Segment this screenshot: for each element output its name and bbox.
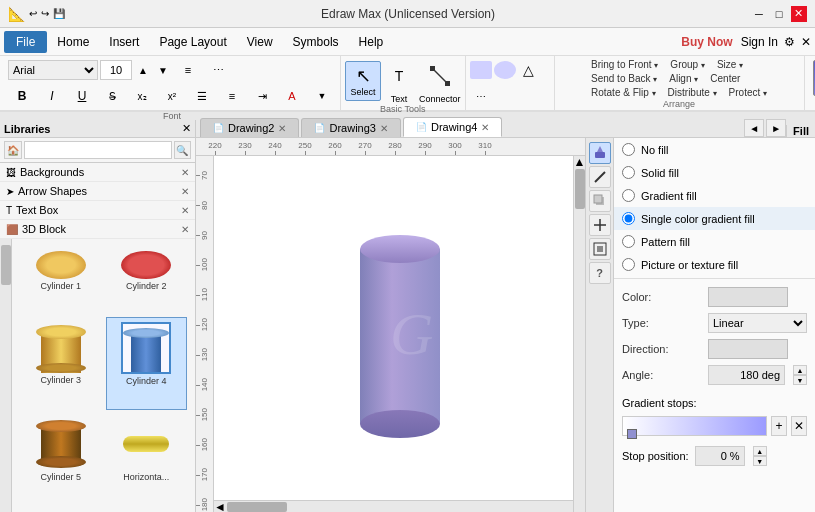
align-left-button[interactable]: ≡ bbox=[174, 58, 202, 82]
settings-icon[interactable]: ⚙ bbox=[784, 35, 795, 49]
position-icon[interactable] bbox=[589, 238, 611, 260]
fill-option-solid[interactable]: Solid fill bbox=[614, 161, 815, 184]
fill-option-pattern[interactable]: Pattern fill bbox=[614, 230, 815, 253]
menu-symbols[interactable]: Symbols bbox=[283, 31, 349, 53]
font-color-button[interactable]: A bbox=[278, 84, 306, 108]
font-size-up-button[interactable]: ▲ bbox=[134, 58, 152, 82]
libraries-search-button[interactable]: 🔍 bbox=[174, 141, 192, 159]
fill-option-single-gradient[interactable]: Single color gradient fill bbox=[614, 207, 815, 230]
lib-item-text-box[interactable]: T Text Box ✕ bbox=[0, 201, 195, 220]
text-button[interactable]: T bbox=[383, 58, 415, 94]
gradient-add-button[interactable]: + bbox=[771, 416, 787, 436]
help-icon[interactable]: ? bbox=[589, 262, 611, 284]
menu-file[interactable]: File bbox=[4, 31, 47, 53]
vscroll-up-button[interactable]: ▲ bbox=[574, 156, 585, 168]
fill-type-select[interactable]: Linear bbox=[708, 313, 807, 333]
color-swatch[interactable] bbox=[708, 287, 788, 307]
libraries-search-input[interactable] bbox=[24, 141, 172, 159]
hscroll-thumb[interactable] bbox=[227, 502, 287, 512]
lib-backgrounds-close[interactable]: ✕ bbox=[181, 167, 189, 178]
fill-option-no-fill[interactable]: No fill bbox=[614, 138, 815, 161]
stop-pos-down-button[interactable]: ▼ bbox=[753, 456, 767, 466]
tab-nav-left[interactable]: ◄ bbox=[744, 119, 764, 137]
close-button[interactable]: ✕ bbox=[791, 6, 807, 22]
rotate-flip-button[interactable]: Rotate & Flip ▾ bbox=[586, 86, 661, 99]
underline-button[interactable]: U bbox=[68, 84, 96, 108]
center-button[interactable]: Center bbox=[705, 72, 745, 85]
lib-3d-block-close[interactable]: ✕ bbox=[181, 224, 189, 235]
tab-drawing4-close[interactable]: ✕ bbox=[481, 122, 489, 133]
tab-drawing2-close[interactable]: ✕ bbox=[278, 123, 286, 134]
lib-item-backgrounds[interactable]: 🖼 Backgrounds ✕ bbox=[0, 163, 195, 182]
fill-radio-pattern[interactable] bbox=[622, 235, 635, 248]
menu-insert[interactable]: Insert bbox=[99, 31, 149, 53]
font-family-select[interactable]: Arial bbox=[8, 60, 98, 80]
italic-button[interactable]: I bbox=[38, 84, 66, 108]
buy-now-link[interactable]: Buy Now bbox=[681, 35, 732, 49]
align-button[interactable]: Align ▾ bbox=[664, 72, 703, 85]
stop-pos-up-button[interactable]: ▲ bbox=[753, 446, 767, 456]
connector-button[interactable] bbox=[424, 58, 456, 94]
distribute-button[interactable]: Distribute ▾ bbox=[663, 86, 722, 99]
send-to-back-button[interactable]: Send to Back ▾ bbox=[586, 72, 662, 85]
fill-paint-icon[interactable] bbox=[589, 142, 611, 164]
minimize-button[interactable]: ─ bbox=[751, 6, 767, 22]
quick-access-undo[interactable]: ↩ bbox=[29, 8, 37, 19]
shape-circle-button[interactable] bbox=[494, 61, 516, 79]
bold-button[interactable]: B bbox=[8, 84, 36, 108]
hscroll-left-button[interactable]: ◄ bbox=[214, 501, 226, 512]
group-button[interactable]: Group ▾ bbox=[665, 58, 710, 71]
select-button[interactable]: ↖ Select bbox=[345, 61, 381, 101]
superscript-button[interactable]: x² bbox=[158, 84, 186, 108]
gradient-stops-bar[interactable] bbox=[622, 416, 767, 436]
shape-item-cylinder2[interactable]: Cylinder 2 bbox=[106, 247, 188, 313]
shape-tri-button[interactable]: △ bbox=[518, 61, 540, 79]
fill-option-texture[interactable]: Picture or texture fill bbox=[614, 253, 815, 276]
shape-item-cylinder1[interactable]: Cylinder 1 bbox=[20, 247, 102, 313]
fill-radio-solid[interactable] bbox=[622, 166, 635, 179]
subscript-button[interactable]: x₂ bbox=[128, 84, 156, 108]
fill-radio-gradient[interactable] bbox=[622, 189, 635, 202]
text-more-button[interactable]: ⋯ bbox=[204, 58, 232, 82]
gradient-stop-handle[interactable] bbox=[627, 429, 637, 439]
indent-button[interactable]: ⇥ bbox=[248, 84, 276, 108]
protect-button[interactable]: Protect ▾ bbox=[724, 86, 772, 99]
font-size-down-button[interactable]: ▼ bbox=[154, 58, 172, 82]
shape-rect-button[interactable] bbox=[470, 61, 492, 79]
numbered-list-button[interactable]: ≡ bbox=[218, 84, 246, 108]
menu-home[interactable]: Home bbox=[47, 31, 99, 53]
font-expand-button[interactable]: ▼ bbox=[308, 84, 336, 108]
lib-arrow-shapes-close[interactable]: ✕ bbox=[181, 186, 189, 197]
gradient-remove-button[interactable]: ✕ bbox=[791, 416, 807, 436]
shape-item-cylinder3[interactable]: Cylinder 3 bbox=[20, 317, 102, 409]
bring-to-front-button[interactable]: Bring to Front ▾ bbox=[586, 58, 663, 71]
line-color-icon[interactable] bbox=[589, 166, 611, 188]
libraries-close-button[interactable]: ✕ bbox=[182, 122, 191, 135]
cylinder-drawing[interactable]: G bbox=[360, 229, 440, 439]
tab-drawing4[interactable]: 📄 Drawing4 ✕ bbox=[403, 117, 502, 137]
list-button[interactable]: ☰ bbox=[188, 84, 216, 108]
close-app-icon[interactable]: ✕ bbox=[801, 35, 811, 49]
size-icon[interactable] bbox=[589, 214, 611, 236]
shadow-icon[interactable] bbox=[589, 190, 611, 212]
fill-radio-no-fill[interactable] bbox=[622, 143, 635, 156]
shape-item-cylinder5[interactable]: Cylinder 5 bbox=[20, 414, 102, 504]
quick-access-redo[interactable]: ↪ bbox=[41, 8, 49, 19]
maximize-button[interactable]: □ bbox=[771, 6, 787, 22]
angle-down-button[interactable]: ▼ bbox=[793, 375, 807, 385]
strikethrough-button[interactable]: S̶ bbox=[98, 84, 126, 108]
libraries-home-button[interactable]: 🏠 bbox=[4, 141, 22, 159]
lib-text-box-close[interactable]: ✕ bbox=[181, 205, 189, 216]
tab-nav-right[interactable]: ► bbox=[766, 119, 786, 137]
size-button[interactable]: Size ▾ bbox=[712, 58, 748, 71]
direction-swatch[interactable] bbox=[708, 339, 788, 359]
tab-drawing3-close[interactable]: ✕ bbox=[380, 123, 388, 134]
menu-help[interactable]: Help bbox=[349, 31, 394, 53]
shape-item-cylinder4[interactable]: Cylinder 4 bbox=[106, 317, 188, 409]
tab-drawing3[interactable]: 📄 Drawing3 ✕ bbox=[301, 118, 400, 137]
lib-item-3d-block[interactable]: 🟫 3D Block ✕ bbox=[0, 220, 195, 239]
fill-option-gradient[interactable]: Gradient fill bbox=[614, 184, 815, 207]
sign-in-link[interactable]: Sign In bbox=[741, 35, 778, 49]
menu-view[interactable]: View bbox=[237, 31, 283, 53]
fill-radio-texture[interactable] bbox=[622, 258, 635, 271]
